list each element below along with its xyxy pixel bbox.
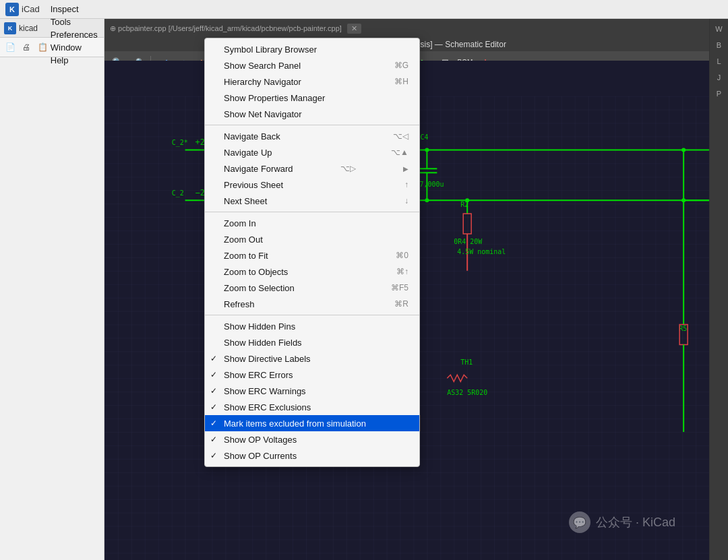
menu-label-zoom-out: Zoom Out bbox=[224, 235, 263, 245]
checkmark-show-erc-warnings: ✓ bbox=[210, 386, 217, 396]
app-icon: K bbox=[5, 3, 19, 16]
shortcut-navigate-forward: ⌥▷ bbox=[340, 164, 356, 173]
print-btn[interactable]: 🖨 bbox=[19, 40, 34, 55]
menu-item-previous-sheet[interactable]: Previous Sheet↑ bbox=[205, 177, 419, 193]
menubar: K iCad FileEditViewPlaceInspectToolsPref… bbox=[0, 0, 728, 19]
app-brand: K iCad bbox=[5, 3, 40, 16]
menu-label-hierarchy-nav: Hierarchy Navigator bbox=[224, 77, 301, 87]
menu-item-navigate-forward[interactable]: Navigate Forward⌥▷▶ bbox=[205, 160, 419, 177]
shortcut-zoom-to-fit: ⌘0 bbox=[396, 251, 408, 260]
right-toolbar: W B L J P bbox=[709, 19, 728, 560]
menu-label-show-net-nav: Show Net Navigator bbox=[224, 109, 302, 119]
menu-label-show-directive-labels: Show Directive Labels bbox=[224, 354, 311, 364]
shortcut-navigate-up: ⌥▲ bbox=[391, 148, 408, 157]
app-name: iCad bbox=[22, 4, 40, 14]
menu-item-next-sheet[interactable]: Next Sheet↓ bbox=[205, 193, 419, 209]
menu-label-show-erc-exclusions: Show ERC Exclusions bbox=[224, 402, 311, 412]
checkmark-show-directive-labels: ✓ bbox=[210, 354, 217, 363]
menu-label-show-properties: Show Properties Manager bbox=[224, 93, 325, 103]
menu-label-show-hidden-pins: Show Hidden Pins bbox=[224, 321, 295, 332]
shortcut-zoom-to-selection: ⌘F5 bbox=[391, 283, 408, 292]
menu-item-show-net-nav[interactable]: Show Net Navigator bbox=[205, 106, 419, 122]
menu-label-symbol-library: Symbol Library Browser bbox=[224, 44, 317, 55]
menu-label-show-op-currents: Show OP Currents bbox=[224, 451, 297, 461]
menu-label-zoom-in: Zoom In bbox=[224, 218, 256, 228]
new-schematic-btn[interactable]: 📄 bbox=[3, 40, 18, 55]
menu-label-show-erc-warnings: Show ERC Warnings bbox=[224, 386, 306, 396]
menu-separator-3 bbox=[205, 315, 419, 315]
shortcut-hierarchy-nav: ⌘H bbox=[394, 77, 408, 86]
menu-separator-2 bbox=[205, 212, 419, 212]
rt-btn-1[interactable]: W bbox=[712, 22, 727, 36]
menu-item-navigate-up[interactable]: Navigate Up⌥▲ bbox=[205, 144, 419, 160]
menu-item-zoom-out[interactable]: Zoom Out bbox=[205, 231, 419, 247]
menu-item-zoom-to-fit[interactable]: Zoom to Fit⌘0 bbox=[205, 247, 419, 263]
main-area: K kicad 📄 🖨 📋 ⊕ pcbpainter.cpp [/Users/j… bbox=[0, 19, 728, 560]
menubar-item-tools[interactable]: Tools bbox=[45, 15, 103, 28]
menu-label-zoom-to-objects: Zoom to Objects bbox=[224, 267, 288, 277]
menu-item-show-directive-labels[interactable]: ✓Show Directive Labels bbox=[205, 350, 419, 367]
menu-item-show-op-currents[interactable]: ✓Show OP Currents bbox=[205, 447, 419, 464]
menu-item-show-hidden-fields[interactable]: Show Hidden Fields bbox=[205, 334, 419, 350]
menu-label-show-hidden-fields: Show Hidden Fields bbox=[224, 338, 302, 348]
menu-separator-1 bbox=[205, 125, 419, 125]
menu-label-navigate-up: Navigate Up bbox=[224, 148, 272, 158]
rt-btn-4[interactable]: J bbox=[712, 70, 727, 85]
menu-label-mark-items-excluded: Mark items excluded from simulation bbox=[224, 418, 366, 429]
shortcut-show-search: ⌘G bbox=[394, 61, 408, 70]
menu-item-hierarchy-nav[interactable]: Hierarchy Navigator⌘H bbox=[205, 73, 419, 90]
rt-btn-5[interactable]: P bbox=[712, 86, 727, 101]
left-sidebar: K kicad 📄 🖨 📋 bbox=[0, 19, 104, 560]
menu-item-show-erc-exclusions[interactable]: ✓Show ERC Exclusions bbox=[205, 399, 419, 415]
menu-label-refresh: Refresh bbox=[224, 299, 255, 309]
menubar-item-preferences[interactable]: Preferences bbox=[45, 28, 103, 41]
checkmark-show-op-voltages: ✓ bbox=[210, 435, 217, 444]
rt-btn-2[interactable]: B bbox=[712, 38, 727, 53]
shortcut-previous-sheet: ↑ bbox=[404, 180, 408, 189]
menu-item-show-op-voltages[interactable]: ✓Show OP Voltages bbox=[205, 431, 419, 447]
menu-item-show-erc-errors[interactable]: ✓Show ERC Errors bbox=[205, 367, 419, 383]
menu-item-zoom-in[interactable]: Zoom In bbox=[205, 215, 419, 231]
sidebar-brand-text: kicad bbox=[19, 24, 38, 33]
submenu-arrow-navigate-forward: ▶ bbox=[403, 165, 408, 173]
menu-item-zoom-to-objects[interactable]: Zoom to Objects⌘↑ bbox=[205, 263, 419, 280]
menu-label-zoom-to-selection: Zoom to Selection bbox=[224, 283, 295, 293]
menu-item-refresh[interactable]: Refresh⌘R bbox=[205, 296, 419, 312]
rt-btn-3[interactable]: L bbox=[712, 54, 727, 69]
shortcut-next-sheet: ↓ bbox=[404, 196, 408, 206]
canvas-area: ⊕ pcbpainter.cpp [/Users/jeff/kicad_arm/… bbox=[104, 19, 709, 560]
menu-item-mark-items-excluded[interactable]: ✓Mark items excluded from simulation bbox=[205, 415, 419, 431]
menu-label-show-search: Show Search Panel bbox=[224, 61, 301, 71]
menu-label-navigate-forward: Navigate Forward bbox=[224, 164, 293, 174]
checkmark-show-op-currents: ✓ bbox=[210, 451, 217, 460]
menubar-item-help[interactable]: Help bbox=[45, 54, 103, 67]
menubar-item-window[interactable]: Window bbox=[45, 41, 103, 54]
shortcut-refresh: ⌘R bbox=[394, 299, 408, 309]
menu-label-zoom-to-fit: Zoom to Fit bbox=[224, 251, 268, 261]
menu-item-zoom-to-selection[interactable]: Zoom to Selection⌘F5 bbox=[205, 280, 419, 296]
view-menu: Symbol Library BrowserShow Search Panel⌘… bbox=[204, 38, 420, 467]
menubar-items: FileEditViewPlaceInspectToolsPreferences… bbox=[45, 0, 103, 67]
menu-item-show-search[interactable]: Show Search Panel⌘G bbox=[205, 57, 419, 73]
menu-item-symbol-library[interactable]: Symbol Library Browser bbox=[205, 41, 419, 57]
sidebar-brand-icon: K bbox=[4, 22, 16, 34]
menu-item-show-properties[interactable]: Show Properties Manager bbox=[205, 90, 419, 106]
checkmark-show-erc-errors: ✓ bbox=[210, 370, 217, 379]
menu-label-next-sheet: Next Sheet bbox=[224, 196, 267, 206]
menu-item-show-hidden-pins[interactable]: Show Hidden Pins bbox=[205, 318, 419, 334]
shortcut-zoom-to-objects: ⌘↑ bbox=[396, 267, 408, 276]
dropdown-overlay[interactable]: Symbol Library BrowserShow Search Panel⌘… bbox=[104, 19, 709, 560]
menu-item-navigate-back[interactable]: Navigate Back⌥◁ bbox=[205, 128, 419, 144]
menu-label-navigate-back: Navigate Back bbox=[224, 131, 280, 142]
menu-label-previous-sheet: Previous Sheet bbox=[224, 180, 283, 190]
checkmark-mark-items-excluded: ✓ bbox=[210, 418, 217, 428]
menubar-item-inspect[interactable]: Inspect bbox=[45, 3, 103, 15]
checkmark-show-erc-exclusions: ✓ bbox=[210, 402, 217, 412]
menu-item-show-erc-warnings[interactable]: ✓Show ERC Warnings bbox=[205, 383, 419, 399]
shortcut-navigate-back: ⌥◁ bbox=[393, 131, 408, 141]
menu-label-show-op-voltages: Show OP Voltages bbox=[224, 435, 297, 445]
menu-label-show-erc-errors: Show ERC Errors bbox=[224, 370, 293, 380]
